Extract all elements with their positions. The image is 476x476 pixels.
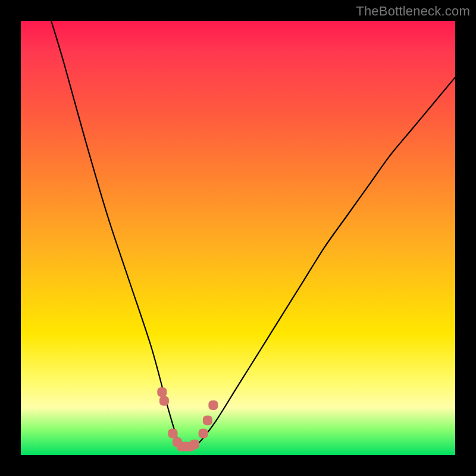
bottleneck-curve [51, 21, 455, 447]
curve-layer [21, 21, 455, 455]
plot-area [21, 21, 455, 455]
trough-marker [208, 400, 218, 410]
trough-marker [199, 429, 208, 439]
trough-marker [168, 429, 178, 439]
trough-marker [203, 416, 212, 425]
trough-marker [190, 440, 199, 449]
trough-marker [159, 396, 169, 406]
trough-marker [157, 387, 167, 397]
chart-frame: TheBottleneck.com [0, 0, 476, 476]
watermark-text: TheBottleneck.com [356, 4, 470, 19]
